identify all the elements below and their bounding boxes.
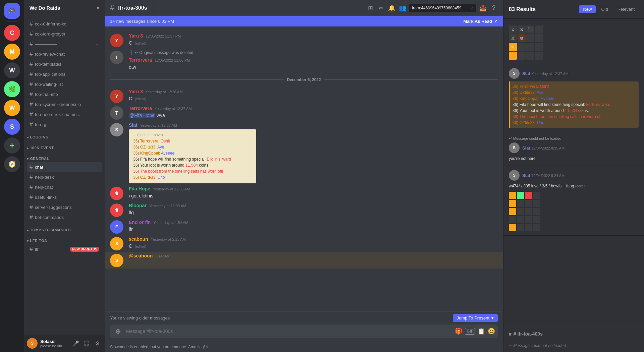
channel-item-tob-trial[interactable]: # tob-trial-info	[27, 90, 102, 99]
channel-item-tob-review[interactable]: # tob-review-chat	[27, 49, 102, 59]
filter-tab-old-label: Old	[601, 7, 608, 12]
search-result-item[interactable]: ↩ Message could not be loaded. S Slat 12…	[503, 132, 644, 166]
search-result-item[interactable]: ⚔ ⚔ ⬛ ⚔ 🔮 💛	[503, 21, 644, 64]
deafen-button[interactable]: 🎧	[82, 339, 91, 348]
svg-text:S: S	[115, 241, 118, 246]
result-img-cell: ⚔	[509, 34, 517, 42]
channel-item-tob-sycrem[interactable]: # tob-sycrem--greenesolo	[27, 100, 102, 109]
popup-line: ... (content above) ...	[133, 132, 252, 138]
result-author-info: Slat Yesterday at 12:37 AM	[522, 71, 569, 76]
help-button[interactable]: ?	[490, 4, 498, 12]
channel-item-tob-rgt[interactable]: # tob-rgt	[27, 120, 102, 129]
members-button[interactable]: 👥	[398, 4, 407, 12]
search-box[interactable]: from:446696489750888459 ×	[409, 4, 476, 12]
popup-line: 36) Terrorvera: Oshit	[133, 138, 252, 144]
server-icon-7[interactable]: S	[4, 119, 20, 135]
result-img-cell	[517, 200, 524, 207]
result-img-cell	[535, 34, 543, 42]
category-general[interactable]: ▾ GENERAL	[24, 151, 105, 162]
user-settings-button[interactable]: ⚙	[93, 339, 102, 348]
discord-avatar-icon	[112, 189, 121, 198]
result-img-cell	[526, 43, 534, 51]
sticker-icon[interactable]: 📋	[478, 328, 485, 335]
search-panel-header: 83 Results New Old Relevant	[503, 0, 644, 19]
server-divider	[7, 21, 17, 22]
edit-button[interactable]: ✏	[377, 4, 385, 12]
server-icon-main[interactable]: 🎮	[4, 3, 20, 19]
add-server-button[interactable]: +	[4, 137, 20, 154]
search-result-item[interactable]: S Slat Yesterday at 12:37 AM 36) Terrorv…	[503, 64, 644, 132]
inbox-button[interactable]: 📥	[479, 4, 487, 12]
search-results-scroll: ⚔ ⚔ ⬛ ⚔ 🔮 💛	[503, 19, 644, 327]
result-img-cell	[509, 216, 516, 223]
older-messages-banner: You're viewing older messages Jump To Pr…	[105, 311, 503, 325]
server-icon-3[interactable]: M	[4, 44, 20, 60]
channel-hash-icon: #	[30, 20, 33, 27]
channel-hash-icon: #	[30, 81, 33, 88]
channel-hash-icon: #	[30, 194, 33, 201]
filter-tab-relevant[interactable]: Relevant	[613, 5, 639, 13]
category-100k[interactable]: ▸ 100K EVENT	[24, 140, 105, 151]
channel-item-useful-links[interactable]: # useful-links	[27, 192, 102, 202]
category-tombs[interactable]: ▸ TOMBS OF AMASCUT	[24, 223, 105, 233]
server-icon-2[interactable]: C	[4, 25, 20, 41]
channel-item-help-desk[interactable]: # help-desk	[27, 172, 102, 182]
message-header: Terrorvera Yesterday at 12:37 AM	[129, 106, 498, 111]
highlight-line: 36) OZlite33: Uho	[513, 120, 636, 126]
channel-item-server-suggestions[interactable]: # server-suggestions	[27, 202, 102, 212]
footer-icons: 🎤 🎧 ⚙	[71, 339, 102, 348]
channel-item-tob-applications[interactable]: # tob-applications	[27, 69, 102, 79]
channel-item-bot-commands[interactable]: # bot-commands	[27, 213, 102, 222]
mute-mic-button[interactable]: 🎤	[71, 339, 80, 348]
message-text: @Fifa Hope wya	[129, 112, 498, 119]
channel-item-cox-0[interactable]: # cox-0-inferno-kc	[27, 19, 102, 29]
message-author: Terrorvera	[129, 57, 152, 63]
gif-button[interactable]: GIF	[465, 328, 475, 335]
filter-tab-old[interactable]: Old	[597, 5, 612, 13]
message-text: C (edited)	[129, 243, 498, 250]
channel-hash-icon: #	[30, 246, 33, 253]
gift-icon[interactable]: 🎁	[455, 328, 462, 335]
divider-line	[110, 79, 284, 80]
channel-item-tob-waiting[interactable]: # tob-waiting-list	[27, 79, 102, 89]
search-close-icon[interactable]: ×	[471, 6, 474, 10]
channel-item-cox-lord[interactable]: # cox-lord-grofyth	[27, 29, 102, 39]
mark-as-read-button[interactable]: Mark As Read ✓	[464, 19, 498, 24]
filter-tab-new-label: New	[583, 7, 592, 12]
table-row: S @scaboun C (edited)	[105, 252, 503, 269]
svg-rect-3	[116, 210, 118, 212]
hashtag-threads-button[interactable]: ⊞	[366, 4, 374, 12]
new-unreads-badge: NEW UNREADS	[70, 247, 99, 252]
channel-item-divider[interactable]: # ――――― ···	[27, 39, 102, 49]
channel-hash-icon: #	[30, 214, 33, 221]
server-icon-4[interactable]: W	[4, 62, 20, 78]
server-name-header[interactable]: We Do Raids ▾	[24, 0, 105, 16]
message-author: Slat	[129, 122, 138, 128]
footer-user-info: Solasel please be kin...	[40, 339, 68, 348]
message-text: C (edited)	[129, 96, 498, 102]
category-logging[interactable]: ▸ LOGGING	[24, 130, 105, 140]
message-content: Terrorvera Yesterday at 12:37 AM @Fifa H…	[129, 106, 498, 119]
jump-to-present-button[interactable]: Jump To Present ▾	[453, 314, 498, 322]
reply-icon: ↩	[509, 343, 513, 348]
mark-as-read-label: Mark As Read	[464, 19, 492, 24]
search-result-item[interactable]: S Slat 12/04/2022 8:24 AM w474* / 305 in…	[503, 166, 644, 236]
channel-item-lfr[interactable]: # lfr NEW UNREADS	[27, 244, 102, 254]
channel-item-chat[interactable]: # chat	[27, 162, 102, 172]
search-panel-channel: # # lfr-toa-400s	[503, 327, 644, 341]
category-lfr-toa[interactable]: ▾ LFR TOA	[24, 233, 105, 244]
bell-button[interactable]: 🔔	[388, 4, 396, 12]
channel-item-help-chat[interactable]: # help-chat	[27, 182, 102, 192]
new-messages-banner[interactable]: 1+ new messages since 6:03 PM Mark As Re…	[105, 16, 503, 26]
emoji-icon[interactable]: 😊	[488, 328, 495, 335]
server-icon-5[interactable]: 🌿	[4, 81, 20, 97]
message-author: Fifa Hope	[129, 186, 150, 191]
category-arrow-icon: ▾	[27, 157, 29, 161]
explore-button[interactable]: 🧭	[4, 156, 20, 172]
message-input[interactable]	[126, 325, 452, 338]
filter-tab-new[interactable]: New	[579, 5, 596, 13]
channel-item-tob-neon[interactable]: # tob-neon-trek-cox-me...	[27, 110, 102, 119]
channel-item-tob-templates[interactable]: # tob-templates	[27, 59, 102, 69]
add-attachment-button[interactable]: ⊕	[113, 326, 123, 337]
server-icon-6[interactable]: W	[4, 100, 20, 116]
